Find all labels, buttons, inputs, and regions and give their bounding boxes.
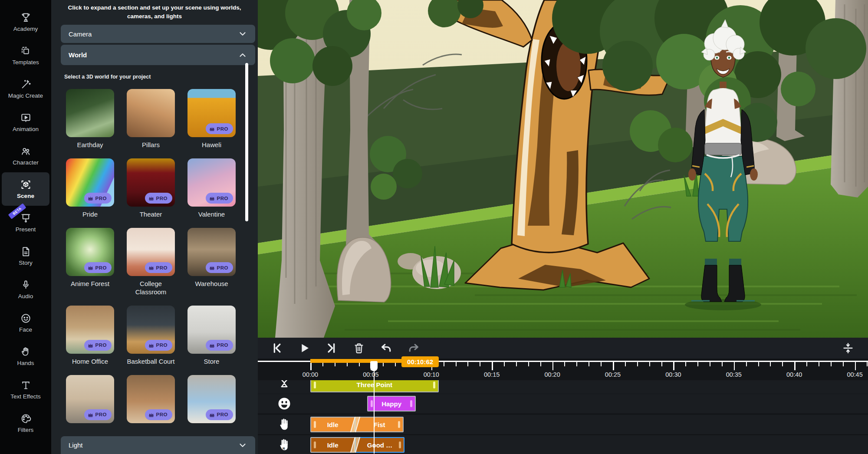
ruler-tick xyxy=(770,361,771,366)
world-thumb-valentine[interactable]: PRO xyxy=(187,158,236,207)
panel-scrollbar[interactable] xyxy=(245,63,248,221)
world-thumb-conference-room[interactable]: PRO xyxy=(127,375,175,423)
clip-trim-handle-right[interactable] xyxy=(433,382,435,388)
story-icon xyxy=(20,246,32,257)
section-header-light[interactable]: Light xyxy=(61,436,255,454)
delete-button[interactable] xyxy=(351,340,367,356)
undo-button[interactable] xyxy=(378,340,394,356)
ruler-tick xyxy=(685,361,686,366)
sidebar-item-filters[interactable]: Filters xyxy=(2,406,49,440)
ruler-tick xyxy=(516,361,517,366)
sidebar-item-label: Text Effects xyxy=(10,393,41,400)
clip-trim-handle-left[interactable] xyxy=(314,421,316,428)
clip-idle[interactable]: Idle xyxy=(310,437,355,453)
ruler-label: 00:05 xyxy=(355,371,386,378)
clip-trim-handle-right[interactable] xyxy=(398,421,400,428)
play-button[interactable] xyxy=(296,340,312,356)
sidebar-item-academy[interactable]: Academy xyxy=(2,5,49,39)
sidebar-item-present[interactable]: BETAPresent xyxy=(2,206,49,239)
sidebar-item-magic-create[interactable]: Magic Create xyxy=(2,72,49,105)
clip-trim-handle-left[interactable] xyxy=(371,400,373,407)
viewport-3d[interactable] xyxy=(258,0,868,338)
world-card[interactable]: PROBasketball Court xyxy=(127,306,175,366)
face-track-icon xyxy=(278,397,291,410)
world-card[interactable]: PROTheater xyxy=(127,158,175,219)
ruler-tick xyxy=(831,361,832,366)
skip-to-end-button[interactable] xyxy=(324,340,339,356)
sidebar-item-character[interactable]: Character xyxy=(2,139,49,172)
world-card[interactable]: PRO xyxy=(66,375,114,435)
clip-idle[interactable]: Idle xyxy=(310,417,355,432)
crown-icon xyxy=(88,196,93,201)
section-header-camera[interactable]: Camera xyxy=(61,25,255,43)
sidebar-item-story[interactable]: Story xyxy=(2,239,49,273)
redo-button[interactable] xyxy=(406,340,421,356)
section-header-world[interactable]: World xyxy=(61,45,255,65)
clip-fist[interactable]: Fist xyxy=(355,417,404,432)
world-card[interactable]: PROStore xyxy=(187,306,236,366)
world-thumb-home-office[interactable]: PRO xyxy=(66,306,114,354)
pro-badge: PRO xyxy=(145,409,172,420)
world-card[interactable]: Pillars xyxy=(127,89,175,149)
clip-trim-handle-left[interactable] xyxy=(314,441,316,448)
world-card[interactable]: PROPride xyxy=(66,158,114,219)
panel-instructions: Click to expand a section and set up you… xyxy=(63,3,246,21)
pro-badge-label: PRO xyxy=(156,412,168,417)
ruler-label: 00:25 xyxy=(598,371,628,378)
world-card[interactable]: PROWarehouse xyxy=(187,228,236,296)
current-time-badge: 00:10:62 xyxy=(401,356,439,367)
ruler-tick xyxy=(625,361,626,366)
skip-to-start-button[interactable] xyxy=(269,340,285,356)
world-thumb-theater[interactable]: PRO xyxy=(127,158,175,207)
ruler-label: 00:45 xyxy=(840,371,868,378)
collapse-timeline-button[interactable] xyxy=(840,340,856,356)
world-card[interactable]: PROValentine xyxy=(187,158,236,219)
world-card[interactable]: PROCollege Classroom xyxy=(127,228,175,296)
pro-badge: PRO xyxy=(84,409,112,420)
world-card[interactable]: PROAnime Forest xyxy=(66,228,114,296)
world-name: Anime Forest xyxy=(71,280,109,288)
sidebar-item-hands[interactable]: Hands xyxy=(2,339,49,373)
world-card[interactable]: Earthday xyxy=(66,89,114,149)
world-thumb-pride[interactable]: PRO xyxy=(66,158,114,207)
world-thumb-haweli[interactable]: PRO xyxy=(187,89,236,137)
sidebar-item-face[interactable]: Face xyxy=(2,306,49,339)
sidebar-item-scene[interactable]: Scene xyxy=(2,172,49,206)
world-card[interactable]: PROHome Office xyxy=(66,306,114,366)
sidebar: AcademyTemplatesMagic CreateAnimationCha… xyxy=(0,0,51,454)
sidebar-item-text-effects[interactable]: Text Effects xyxy=(2,373,49,406)
sidebar-item-animation[interactable]: Animation xyxy=(2,105,49,139)
world-card[interactable]: PRO xyxy=(127,375,175,435)
pro-badge-label: PRO xyxy=(156,342,168,348)
world-name: Warehouse xyxy=(195,280,228,288)
world-thumb-anime-forest[interactable]: PRO xyxy=(66,228,114,276)
world-thumb-college-classroom[interactable]: PRO xyxy=(127,228,175,276)
clip-trim-handle-left[interactable] xyxy=(314,382,316,388)
world-thumb-pillars[interactable] xyxy=(127,89,175,137)
clip-trim-handle-right[interactable] xyxy=(399,441,401,448)
ruler-tick xyxy=(444,361,444,366)
clip-label: Idle xyxy=(327,421,339,428)
world-thumb-store[interactable]: PRO xyxy=(187,306,236,354)
magic-wand-icon xyxy=(20,79,32,90)
clip-trim-handle-right[interactable] xyxy=(410,400,412,407)
world-thumb-lobby[interactable]: PRO xyxy=(187,375,236,423)
sidebar-item-label: Magic Create xyxy=(8,92,43,99)
sidebar-item-audio[interactable]: Audio xyxy=(2,273,49,306)
ruler-tick xyxy=(576,361,577,366)
world-card[interactable]: PROHaweli xyxy=(187,89,236,149)
pro-badge-label: PRO xyxy=(217,196,228,201)
world-thumb-office-cubicles[interactable]: PRO xyxy=(66,375,114,423)
clip-label: Happy xyxy=(381,400,401,408)
world-thumb-basketball-court[interactable]: PRO xyxy=(127,306,175,354)
pro-badge: PRO xyxy=(84,340,112,351)
clip-good[interactable]: Good … xyxy=(355,437,404,453)
world-thumb-earthday[interactable] xyxy=(66,89,114,137)
world-thumb-warehouse[interactable]: PRO xyxy=(187,228,236,276)
pro-badge: PRO xyxy=(145,262,172,273)
pro-badge-label: PRO xyxy=(95,342,107,348)
sidebar-item-templates[interactable]: Templates xyxy=(2,39,49,72)
svg-text:R: R xyxy=(283,446,285,450)
world-card[interactable]: PRO xyxy=(187,375,236,435)
ruler-tick xyxy=(697,361,698,366)
